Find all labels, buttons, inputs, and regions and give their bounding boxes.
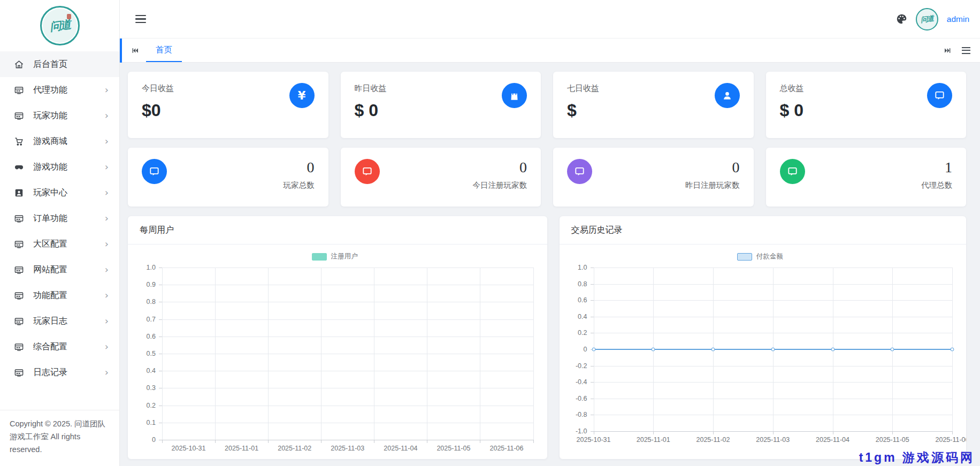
sidebar-item[interactable]: 后台首页 › bbox=[0, 51, 119, 77]
x-axis-label: 2025-11-02 bbox=[696, 436, 730, 444]
chevron-right-icon: › bbox=[105, 265, 109, 274]
user-avatar[interactable]: 问道 bbox=[916, 8, 938, 30]
sidebar-item[interactable]: 代理功能 › bbox=[0, 77, 119, 103]
username[interactable]: admin bbox=[947, 14, 969, 24]
data-point-marker bbox=[951, 348, 954, 352]
revenue-stat-card: 总收益 $ 0 bbox=[766, 72, 967, 138]
tab-bar: 首页 bbox=[120, 39, 980, 63]
x-axis-label: 2025-11-05 bbox=[876, 436, 909, 444]
chevron-right-icon: › bbox=[105, 316, 109, 326]
data-point-marker bbox=[891, 348, 894, 352]
x-axis-tickmark bbox=[952, 431, 953, 434]
chart-title: 每周用户 bbox=[140, 225, 174, 236]
v-gridline bbox=[427, 268, 427, 440]
sidebar-collapse-icon[interactable] bbox=[133, 13, 148, 25]
y-axis-tick-label: 0.2 bbox=[147, 402, 156, 409]
sidebar-item[interactable]: 玩家日志 › bbox=[0, 308, 119, 334]
revenue-stat-card: 今日收益 $0 ¥ bbox=[128, 72, 328, 138]
chevron-right-icon: › bbox=[105, 213, 109, 223]
panel-icon bbox=[14, 368, 24, 378]
panel-icon bbox=[14, 316, 24, 326]
x-axis-label: 2025-10-31 bbox=[162, 445, 215, 456]
app-root: 问道 后台首页 › bbox=[0, 0, 980, 466]
sidebar-item[interactable]: 玩家功能 › bbox=[0, 103, 119, 128]
h-gridline bbox=[162, 406, 533, 406]
gamepad-icon bbox=[14, 162, 24, 172]
sidebar-item[interactable]: 游戏功能 › bbox=[0, 154, 119, 180]
sidebar-item[interactable]: 游戏商城 › bbox=[0, 128, 119, 154]
y-axis-tick-label: 0.9 bbox=[147, 281, 156, 288]
panel-icon bbox=[14, 239, 24, 249]
revenue-cards-row: 今日收益 $0 ¥ 昨日收益 $ 0 bbox=[128, 72, 966, 138]
y-axis-tick-label: 0.4 bbox=[147, 367, 156, 375]
chat-bubble-icon bbox=[355, 159, 380, 184]
v-gridline bbox=[215, 268, 216, 440]
transaction-history-chart-card: 交易历史记录 付款金额 1.00.80.60.40.20-0.2-0.4-0.6… bbox=[560, 216, 967, 459]
watermark-text: t1gm 游戏源码网 bbox=[859, 449, 975, 466]
sidebar-item[interactable]: 大区配置 › bbox=[0, 231, 119, 257]
y-axis-tick-label: 0.7 bbox=[147, 316, 156, 323]
panel-icon bbox=[14, 342, 24, 352]
chevron-right-icon: › bbox=[105, 291, 109, 300]
v-gridline bbox=[374, 268, 374, 440]
revenue-stat-card: 七日收益 $ bbox=[553, 72, 754, 138]
legend-swatch bbox=[737, 253, 752, 261]
counter-stat-card: 0 昨日注册玩家数 bbox=[553, 148, 754, 207]
panel-icon bbox=[14, 85, 24, 95]
bar-plot-area bbox=[162, 268, 533, 440]
tab-scroll-left-icon[interactable] bbox=[120, 39, 146, 62]
counter-stat-card: 1 代理总数 bbox=[766, 148, 967, 207]
theme-palette-icon[interactable] bbox=[896, 13, 907, 25]
h-gridline bbox=[162, 302, 533, 302]
counter-stat-card: 0 玩家总数 bbox=[128, 148, 328, 207]
h-gridline bbox=[162, 371, 533, 371]
chevron-right-icon: › bbox=[105, 111, 109, 120]
x-axis-label: 2025-10-31 bbox=[577, 436, 611, 444]
main-content: 今日收益 $0 ¥ 昨日收益 $ 0 bbox=[120, 63, 980, 466]
data-point-marker bbox=[831, 348, 834, 352]
tab-scroll-right-icon[interactable] bbox=[944, 47, 951, 54]
x-axis: 2025-10-312025-11-012025-11-022025-11-03… bbox=[162, 440, 533, 456]
x-axis-label: 2025-11-06 bbox=[935, 436, 966, 444]
chevron-right-icon: › bbox=[105, 162, 109, 172]
h-gridline bbox=[162, 319, 533, 320]
counter-cards-row: 0 玩家总数 0 今日注册玩家数 bbox=[128, 148, 966, 207]
data-point-marker bbox=[592, 348, 595, 352]
sidebar: 问道 后台首页 › bbox=[0, 0, 120, 466]
h-gridline bbox=[162, 388, 533, 388]
chevron-right-icon: › bbox=[105, 85, 109, 95]
sidebar-item[interactable]: 玩家中心 › bbox=[0, 180, 119, 205]
sidebar-item[interactable]: 功能配置 › bbox=[0, 282, 119, 308]
cart-icon bbox=[14, 136, 24, 147]
chat-bubble-icon bbox=[933, 89, 946, 102]
tab-home[interactable]: 首页 bbox=[146, 39, 182, 62]
y-axis-tick-label: 0.6 bbox=[147, 333, 156, 340]
y-axis-tick-label: 0.6 bbox=[578, 296, 587, 304]
x-axis-label: 2025-11-04 bbox=[816, 436, 849, 444]
x-axis-label: 2025-11-01 bbox=[215, 445, 268, 456]
sidebar-item[interactable]: 网站配置 › bbox=[0, 257, 119, 282]
x-axis-label: 2025-11-03 bbox=[756, 436, 790, 444]
y-axis-tick-label: 1.0 bbox=[578, 264, 587, 271]
sidebar-item[interactable]: 订单功能 › bbox=[0, 205, 119, 231]
y-axis-tick-label: -0.2 bbox=[576, 362, 587, 370]
chat-bubble-icon bbox=[142, 159, 167, 184]
h-gridline bbox=[162, 354, 533, 354]
logo-seal-mark bbox=[67, 14, 71, 19]
y-axis-tick-label: -0.4 bbox=[576, 378, 587, 386]
data-point-marker bbox=[652, 348, 655, 352]
panel-icon bbox=[14, 213, 24, 224]
chevron-right-icon: › bbox=[105, 136, 109, 146]
y-axis-tick-label: 0.8 bbox=[578, 280, 587, 288]
tab-options-icon[interactable] bbox=[962, 47, 970, 54]
x-axis: 2025-10-312025-11-012025-11-022025-11-03… bbox=[594, 431, 953, 447]
legend-payment-amount[interactable]: 付款金额 bbox=[568, 252, 953, 261]
y-axis-tick-label: -1.0 bbox=[576, 427, 587, 435]
sidebar-item[interactable]: 综合配置 › bbox=[0, 334, 119, 360]
legend-registered-users[interactable]: 注册用户 bbox=[136, 252, 533, 261]
sidebar-item[interactable]: 日志记录 › bbox=[0, 360, 119, 385]
copyright-text: Copyright © 2025. 问道团队游戏工作室 All rights r… bbox=[0, 410, 119, 466]
panel-icon bbox=[14, 291, 24, 301]
y-axis-tick-label: 0.4 bbox=[578, 313, 587, 320]
legend-swatch bbox=[312, 253, 327, 261]
